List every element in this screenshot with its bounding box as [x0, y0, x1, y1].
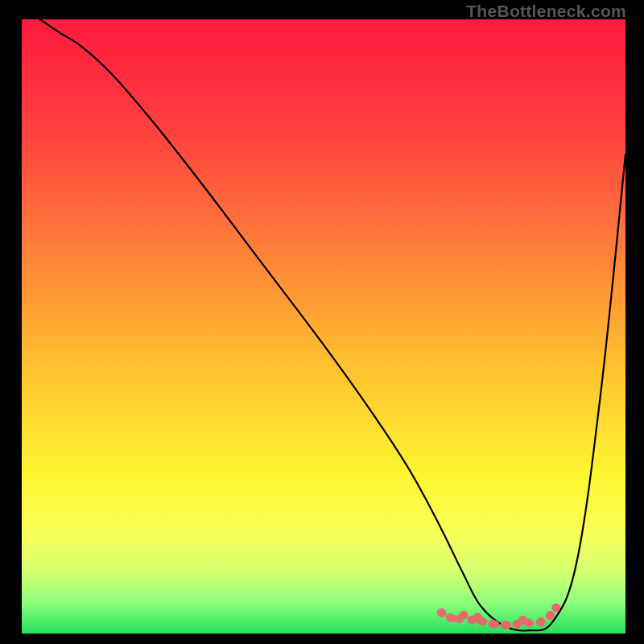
watermark-text: TheBottleneck.com [466, 2, 626, 21]
svg-point-12 [537, 617, 546, 626]
svg-point-14 [551, 603, 560, 612]
svg-point-8 [501, 621, 510, 630]
svg-point-11 [525, 619, 534, 628]
svg-point-1 [446, 613, 455, 622]
chart-svg [22, 19, 625, 634]
svg-point-6 [477, 616, 485, 625]
svg-point-7 [489, 619, 497, 628]
svg-point-13 [546, 611, 555, 620]
gradient-background [22, 19, 625, 634]
chart-frame: TheBottleneck.com [0, 0, 644, 644]
svg-point-3 [460, 611, 469, 620]
chart-plot-area [22, 19, 625, 634]
svg-point-0 [437, 609, 446, 617]
